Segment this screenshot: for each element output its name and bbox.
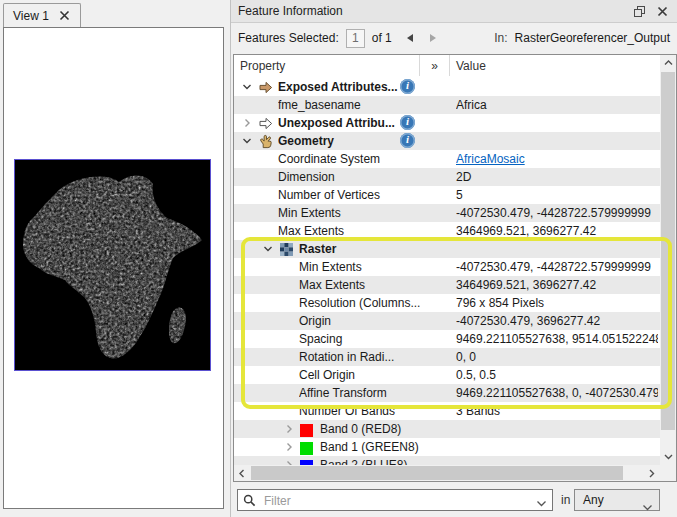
scroll-left-icon[interactable] [234, 465, 250, 481]
chevron-collapsed-icon[interactable] [240, 116, 254, 130]
search-icon [243, 494, 256, 507]
property-value: -4072530.479, -4428722.579999999 [456, 258, 658, 276]
table-row[interactable]: Min Extents-4072530.479, -4428722.579999… [234, 204, 660, 222]
property-value: 3 Bands [456, 402, 658, 420]
table-row[interactable]: Band 2 (BLUE8) [234, 456, 660, 465]
property-value: 5 [456, 186, 658, 204]
geometry-hand-icon [258, 134, 273, 149]
property-value: -4072530.479, -4428722.579999999 [456, 204, 658, 222]
feature-index-input[interactable]: 1 [346, 29, 365, 48]
property-name: Affine Transform [299, 384, 454, 402]
chevron-expanded-icon[interactable] [240, 80, 254, 94]
horizontal-scrollbar-thumb[interactable] [251, 466, 623, 480]
in-label: In: [494, 31, 507, 45]
property-value: 3464969.521, 3696277.42 [456, 276, 658, 294]
table-row[interactable]: Raster [234, 240, 660, 258]
property-name: Resolution (Columns... [299, 294, 454, 312]
table-row[interactable]: Max Extents3464969.521, 3696277.42 [234, 222, 660, 240]
next-feature-icon[interactable] [430, 34, 436, 42]
vertical-scrollbar-thumb[interactable] [661, 72, 675, 430]
property-value: -4072530.479, 3696277.42 [456, 312, 658, 330]
exposed-arrow-icon [258, 80, 273, 95]
table-row[interactable]: Origin-4072530.479, 3696277.42 [234, 312, 660, 330]
table-row[interactable]: Min Extents-4072530.479, -4428722.579999… [234, 258, 660, 276]
float-panel-icon[interactable] [631, 3, 647, 19]
column-header-property[interactable]: Property [240, 55, 285, 77]
property-name: Number of Vertices [278, 186, 454, 204]
property-name: Unexposed Attribu... [278, 114, 454, 132]
vertical-scrollbar[interactable] [660, 55, 676, 465]
column-header-value[interactable]: Value [456, 55, 486, 77]
property-value: 3464969.521, 3696277.42 [456, 222, 658, 240]
chevron-collapsed-icon[interactable] [282, 422, 296, 436]
horizontal-scrollbar[interactable] [234, 465, 660, 481]
info-icon[interactable]: i [400, 79, 415, 94]
raster-preview-africa[interactable] [14, 159, 211, 371]
table-row[interactable]: Coordinate SystemAfricaMosaic [234, 150, 660, 168]
table-row[interactable]: Band 0 (RED8) [234, 420, 660, 438]
table-row[interactable]: Dimension2D [234, 168, 660, 186]
property-value: 0.5, 0.5 [456, 366, 658, 384]
table-row[interactable]: Max Extents3464969.521, 3696277.42 [234, 276, 660, 294]
close-panel-icon[interactable] [654, 3, 670, 19]
close-tab-icon[interactable] [59, 10, 70, 21]
expand-columns-button[interactable]: » [420, 55, 449, 77]
filter-scope-select[interactable]: Any [574, 489, 660, 511]
scroll-right-icon[interactable] [644, 465, 660, 481]
map-view-pane[interactable] [3, 27, 224, 509]
property-name: Min Extents [278, 204, 454, 222]
band-blue-icon [300, 458, 315, 465]
table-row[interactable]: Rotation in Radi...0, 0 [234, 348, 660, 366]
table-row[interactable]: Number of Vertices5 [234, 186, 660, 204]
chevron-expanded-icon[interactable] [240, 134, 254, 148]
property-value: 9469.221105527638, 0, -4072530.479, ... [456, 384, 658, 402]
property-table-header: Property » Value [234, 55, 660, 79]
table-row[interactable]: Exposed Attributes...i [234, 78, 660, 96]
table-row[interactable]: Resolution (Columns...796 x 854 Pixels [234, 294, 660, 312]
property-name: Exposed Attributes... [278, 78, 454, 96]
panel-title: Feature Information [238, 4, 624, 18]
property-name: Origin [299, 312, 454, 330]
filter-in-label: in [561, 493, 570, 507]
filter-input[interactable] [262, 491, 528, 511]
band-green-icon [300, 440, 315, 455]
tab-label: View 1 [13, 9, 49, 23]
table-row[interactable]: Number Of Bands3 Bands [234, 402, 660, 420]
table-row[interactable]: Spacing9469.221105527638, 9514.051522248… [234, 330, 660, 348]
chevron-collapsed-icon[interactable] [282, 440, 296, 454]
property-name: Max Extents [278, 222, 454, 240]
info-icon[interactable]: i [400, 115, 415, 130]
table-row[interactable]: Geometryi [234, 132, 660, 150]
table-row[interactable]: fme_basenameAfrica [234, 96, 660, 114]
property-value[interactable]: AfricaMosaic [456, 150, 658, 168]
property-name: Dimension [278, 168, 454, 186]
table-row[interactable]: Band 1 (GREEN8) [234, 438, 660, 456]
chevron-collapsed-icon[interactable] [282, 458, 296, 465]
property-name: Spacing [299, 330, 454, 348]
scroll-down-icon[interactable] [660, 449, 676, 465]
chevron-expanded-icon[interactable] [261, 242, 275, 256]
tab-view-1[interactable]: View 1 [3, 3, 81, 27]
dataset-name: RasterGeoreferencer_Output [515, 31, 670, 45]
previous-feature-icon[interactable] [407, 34, 413, 42]
info-icon[interactable]: i [400, 133, 415, 148]
fme-data-inspector-window: View 1 [0, 0, 677, 517]
chevron-down-icon [642, 498, 653, 506]
unexposed-arrow-icon [258, 116, 273, 131]
table-row[interactable]: Unexposed Attribu...i [234, 114, 660, 132]
filter-combobox[interactable] [237, 489, 553, 511]
filter-dropdown-icon[interactable] [536, 497, 547, 505]
property-name: Cell Origin [299, 366, 454, 384]
property-name: Band 0 (RED8) [320, 420, 454, 438]
property-name: Max Extents [299, 276, 454, 294]
property-name: Raster [299, 240, 454, 258]
property-name: Rotation in Radi... [299, 348, 454, 366]
scroll-up-icon[interactable] [660, 55, 676, 71]
panel-header: Feature Information [231, 0, 677, 23]
property-name: Min Extents [299, 258, 454, 276]
filter-bar: in Any [231, 487, 677, 513]
table-row[interactable]: Cell Origin0.5, 0.5 [234, 366, 660, 384]
table-row[interactable]: Affine Transform9469.221105527638, 0, -4… [234, 384, 660, 402]
property-value: 796 x 854 Pixels [456, 294, 658, 312]
filter-scope-value: Any [583, 493, 604, 507]
